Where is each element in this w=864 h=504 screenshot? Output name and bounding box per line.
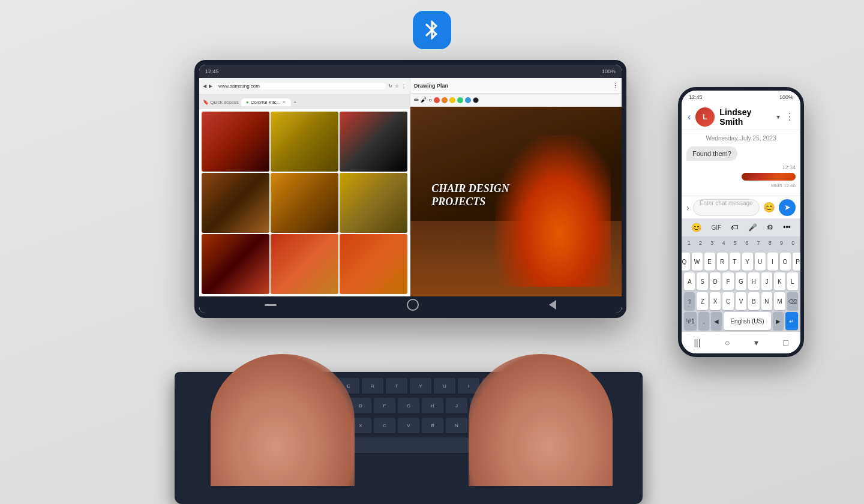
pkey-i[interactable]: I bbox=[767, 253, 778, 271]
key-end[interactable]: End bbox=[509, 437, 545, 454]
url-bar[interactable]: www.samsung.com bbox=[215, 83, 386, 89]
pkey-enter[interactable]: ↵ bbox=[785, 312, 798, 330]
key-p[interactable]: P bbox=[506, 378, 527, 395]
back-nav[interactable]: ◀ bbox=[203, 83, 206, 89]
pkey-m[interactable]: M bbox=[774, 292, 785, 310]
pkey-c[interactable]: C bbox=[722, 292, 733, 310]
nav-recent-icon[interactable] bbox=[265, 304, 277, 306]
pkey-shift[interactable]: ⇧ bbox=[684, 292, 695, 310]
brush-icon[interactable]: 🖌 bbox=[421, 97, 427, 103]
pkey-a[interactable]: A bbox=[684, 272, 695, 290]
key-l[interactable]: L bbox=[494, 398, 515, 415]
settings-toolbar-icon[interactable]: ⚙ bbox=[767, 223, 773, 232]
pkey-w[interactable]: W bbox=[692, 253, 703, 271]
key-u[interactable]: U bbox=[434, 378, 455, 395]
pkey-t[interactable]: T bbox=[730, 253, 740, 271]
phone-nav-home[interactable]: ○ bbox=[725, 338, 730, 347]
pkey-q[interactable]: Q bbox=[682, 253, 690, 271]
eraser-icon[interactable]: ○ bbox=[428, 97, 432, 103]
key-capslock[interactable]: Caps bbox=[251, 398, 299, 415]
drawing-menu-icon[interactable]: ⋮ bbox=[613, 83, 618, 89]
key-shift[interactable]: Shift bbox=[275, 418, 323, 434]
pkey-2[interactable]: 2 bbox=[695, 236, 705, 250]
menu-icon[interactable]: ⋮ bbox=[401, 83, 406, 89]
pkey-b[interactable]: B bbox=[748, 292, 759, 310]
sticker-toolbar-icon[interactable]: 🏷 bbox=[731, 223, 738, 232]
pkey-l[interactable]: L bbox=[787, 272, 798, 290]
pkey-symbols[interactable]: !#1 bbox=[684, 312, 697, 330]
key-g[interactable]: G bbox=[398, 398, 419, 415]
pkey-o[interactable]: O bbox=[780, 253, 791, 271]
key-c[interactable]: C bbox=[374, 418, 395, 434]
key-x[interactable]: X bbox=[350, 418, 371, 434]
pkey-8[interactable]: 8 bbox=[765, 236, 775, 250]
quick-access-tab[interactable]: 🔖 Quick access bbox=[203, 100, 239, 105]
key-e[interactable]: E bbox=[338, 378, 359, 395]
pkey-lang-right[interactable]: ▶ bbox=[773, 312, 784, 330]
phone-nav-recent[interactable]: ||| bbox=[694, 338, 700, 347]
pkey-0[interactable]: 0 bbox=[788, 236, 798, 250]
pkey-3[interactable]: 3 bbox=[707, 236, 717, 250]
pkey-j[interactable]: J bbox=[761, 272, 772, 290]
pkey-7[interactable]: 7 bbox=[754, 236, 763, 250]
key-z[interactable]: Z bbox=[326, 418, 347, 434]
emoji-icon[interactable]: 😊 bbox=[763, 202, 775, 213]
color-black[interactable] bbox=[473, 97, 479, 103]
phone-nav-extra[interactable]: □ bbox=[783, 338, 788, 347]
color-yellow[interactable] bbox=[449, 97, 455, 103]
key-v[interactable]: V bbox=[398, 418, 419, 434]
pkey-1[interactable]: 1 bbox=[684, 236, 694, 250]
key-enter[interactable]: Enter bbox=[518, 398, 566, 415]
color-green[interactable] bbox=[457, 97, 463, 103]
more-options-icon[interactable]: ⋮ bbox=[785, 111, 794, 122]
dropdown-icon[interactable]: ▾ bbox=[776, 113, 780, 121]
pkey-g[interactable]: G bbox=[736, 272, 746, 290]
color-red[interactable] bbox=[434, 97, 440, 103]
pkey-k[interactable]: K bbox=[774, 272, 785, 290]
key-i[interactable]: I bbox=[458, 378, 479, 395]
pkey-u[interactable]: U bbox=[755, 253, 766, 271]
pkey-v[interactable]: V bbox=[736, 292, 746, 310]
key-r[interactable]: R bbox=[362, 378, 383, 395]
key-b[interactable]: B bbox=[422, 418, 443, 434]
key-t[interactable]: T bbox=[386, 378, 407, 395]
reload-icon[interactable]: ↻ bbox=[388, 83, 392, 89]
key-m[interactable]: M bbox=[470, 418, 491, 434]
mic-toolbar-icon[interactable]: 🎤 bbox=[748, 223, 757, 232]
key-a[interactable]: A bbox=[302, 398, 323, 415]
key-n[interactable]: N bbox=[446, 418, 467, 434]
pkey-backspace[interactable]: ⌫ bbox=[787, 292, 798, 310]
new-tab-icon[interactable]: + bbox=[293, 100, 296, 105]
key-f[interactable]: F bbox=[374, 398, 395, 415]
key-q[interactable]: Q bbox=[290, 378, 311, 395]
pkey-6[interactable]: 6 bbox=[742, 236, 751, 250]
gif-toolbar-icon[interactable]: GIF bbox=[711, 224, 721, 231]
key-shift-right[interactable]: Shift bbox=[494, 418, 542, 434]
key-o[interactable]: O bbox=[482, 378, 503, 395]
key-space[interactable] bbox=[349, 437, 469, 454]
key-w[interactable]: W bbox=[314, 378, 335, 395]
contact-name[interactable]: Lindsey Smith bbox=[719, 107, 772, 127]
key-alt-right[interactable]: Alt bbox=[471, 437, 507, 454]
close-tab-icon[interactable]: ✕ bbox=[282, 100, 286, 105]
nav-back-icon[interactable] bbox=[549, 300, 556, 310]
key-ctrl[interactable]: Ctrl bbox=[272, 437, 308, 454]
pkey-language[interactable]: English (US) bbox=[724, 312, 771, 330]
key-y[interactable]: Y bbox=[410, 378, 431, 395]
key-h[interactable]: H bbox=[422, 398, 443, 415]
color-orange[interactable] bbox=[442, 97, 448, 103]
nav-home-icon[interactable] bbox=[407, 299, 419, 311]
pkey-5[interactable]: 5 bbox=[730, 236, 740, 250]
pkey-h[interactable]: H bbox=[748, 272, 759, 290]
phone-nav-back[interactable]: ▾ bbox=[754, 338, 758, 347]
chat-input[interactable]: Enter chat message bbox=[693, 199, 760, 216]
more-toolbar-icon[interactable]: ••• bbox=[783, 223, 791, 232]
pkey-r[interactable]: R bbox=[717, 253, 728, 271]
key-backspace[interactable]: ⌫ bbox=[530, 378, 566, 395]
pkey-lang-left[interactable]: ◀ bbox=[711, 312, 722, 330]
key-d[interactable]: D bbox=[350, 398, 371, 415]
pkey-s[interactable]: S bbox=[697, 272, 707, 290]
pkey-e[interactable]: E bbox=[704, 253, 715, 271]
send-button[interactable]: ➤ bbox=[779, 199, 796, 216]
pkey-4[interactable]: 4 bbox=[719, 236, 728, 250]
